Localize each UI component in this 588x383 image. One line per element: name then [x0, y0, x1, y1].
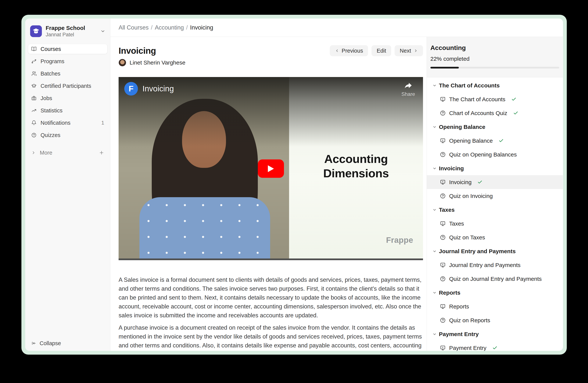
breadcrumb-separator: / — [186, 24, 188, 31]
outline-item-payment-entry[interactable]: Payment Entry — [427, 341, 563, 351]
outline-item-opening-balance[interactable]: Opening Balance — [427, 134, 563, 148]
video-thumbnail-slide: Accounting Dimensions Frappe — [289, 77, 423, 260]
quiz-icon — [440, 276, 446, 282]
bell-icon — [31, 120, 37, 125]
graduation-cap-icon — [31, 83, 37, 89]
sidebar-collapse-button[interactable]: Collapse — [28, 338, 107, 348]
quiz-icon — [440, 193, 446, 199]
page-title: Invoicing — [119, 46, 156, 56]
help-circle-icon — [31, 133, 37, 138]
quiz-icon — [440, 110, 446, 116]
sidebar-item-jobs[interactable]: Jobs — [28, 93, 107, 103]
sidebar-item-notifications[interactable]: Notifications 1 — [28, 118, 107, 128]
sidebar-item-statistics[interactable]: Statistics — [28, 106, 107, 115]
app-window-frame: Frappe School Jannat Patel Courses Progr… — [21, 15, 567, 355]
video-progress-bar[interactable] — [119, 258, 423, 260]
chevron-down-icon — [432, 125, 437, 129]
outline-section-opening-balance[interactable]: Opening Balance — [427, 120, 563, 134]
breadcrumb-separator: / — [151, 24, 153, 31]
outline-item-taxes[interactable]: Taxes — [427, 217, 563, 230]
video-lesson-icon — [440, 138, 446, 144]
users-icon — [31, 71, 37, 76]
chevron-down-icon — [432, 249, 437, 253]
sidebar-item-certified-participants[interactable]: Certified Participants — [28, 81, 107, 91]
check-icon — [511, 97, 516, 102]
outline-item-invoicing[interactable]: Invoicing — [427, 175, 563, 189]
outline-section-taxes[interactable]: Taxes — [427, 203, 563, 217]
chevron-right-icon — [414, 49, 418, 53]
chevron-down-icon — [432, 291, 437, 295]
progress-fill — [430, 67, 459, 69]
collapse-label: Collapse — [40, 340, 61, 346]
outline-section-the-chart-of-accounts[interactable]: The Chart of Accounts — [427, 78, 563, 92]
play-button[interactable] — [258, 159, 284, 178]
share-icon — [404, 88, 413, 91]
paragraph: A purchase invoice is a document created… — [119, 323, 423, 351]
workspace-switcher[interactable]: Frappe School Jannat Patel — [28, 25, 107, 38]
outline-section-journal-entry-and-payments[interactable]: Journal Entry and Payments — [427, 244, 563, 258]
outline-item-reports[interactable]: Reports — [427, 300, 563, 313]
check-icon — [477, 180, 483, 185]
outline-item-quiz-on-opening-balances[interactable]: Quiz on Opening Balances — [427, 148, 563, 161]
chevron-right-icon — [31, 151, 36, 155]
outline-item-quiz-on-reports[interactable]: Quiz on Reports — [427, 313, 563, 327]
video-title[interactable]: Invoicing — [143, 84, 174, 93]
frappe-school-logo-icon — [30, 25, 42, 37]
sidebar-item-batches[interactable]: Batches — [28, 69, 107, 78]
sidebar-item-programs[interactable]: Programs — [28, 57, 107, 66]
outline-item-the-chart-of-accounts[interactable]: The Chart of Accounts — [427, 92, 563, 106]
outline-section-reports[interactable]: Reports — [427, 286, 563, 300]
programs-icon — [31, 59, 37, 64]
outline-item-quiz-on-journal-entry-and-payments[interactable]: Quiz on Journal Entry and Payments — [427, 272, 563, 286]
course-title: Accounting — [430, 44, 559, 52]
outline-list: The Chart of Accounts The Chart of Accou… — [427, 77, 563, 351]
chevron-down-icon — [432, 166, 437, 171]
school-name: Frappe School — [46, 25, 85, 31]
book-open-icon — [31, 46, 37, 52]
video-lesson-icon — [440, 221, 446, 227]
quiz-icon — [440, 234, 446, 240]
progress-bar — [430, 67, 559, 69]
breadcrumb-accounting[interactable]: Accounting — [155, 24, 184, 31]
check-icon — [513, 111, 518, 116]
breadcrumb-current: Invoicing — [190, 24, 213, 31]
user-name: Jannat Patel — [46, 32, 85, 38]
briefcase-icon — [31, 96, 37, 101]
outline-item-quiz-on-taxes[interactable]: Quiz on Taxes — [427, 230, 563, 244]
author-name: Linet Sherin Varghese — [129, 59, 186, 66]
next-button[interactable]: Next — [395, 45, 423, 56]
progress-label: 22% completed — [430, 56, 559, 62]
paragraph: A Sales invoice is a formal document sen… — [119, 275, 423, 320]
breadcrumb: All Courses / Accounting / Invoicing — [110, 19, 563, 37]
sidebar-item-quizzes[interactable]: Quizzes — [28, 130, 107, 140]
frappe-wordmark: Frappe — [386, 236, 413, 245]
video-player[interactable]: Accounting Dimensions Frappe F Invoicing — [119, 77, 423, 260]
outline-item-quiz-on-invoicing[interactable]: Quiz on Invoicing — [427, 189, 563, 203]
lesson-content: Invoicing Previous Edit — [110, 37, 427, 351]
sidebar: Frappe School Jannat Patel Courses Progr… — [25, 19, 110, 351]
presenter-torso — [139, 197, 270, 260]
previous-button[interactable]: Previous — [330, 45, 368, 56]
trending-up-icon — [31, 108, 37, 113]
lesson-actions: Previous Edit Next — [330, 45, 423, 56]
share-button[interactable]: Share — [401, 81, 415, 97]
breadcrumb-all-courses[interactable]: All Courses — [119, 24, 149, 31]
chevron-down-icon — [100, 29, 105, 34]
outline-section-payment-entry[interactable]: Payment Entry — [427, 327, 563, 341]
outline-section-invoicing[interactable]: Invoicing — [427, 161, 563, 175]
outline-item-journal-entry-and-payments[interactable]: Journal Entry and Payments — [427, 258, 563, 272]
plus-icon[interactable] — [99, 150, 104, 155]
chevron-left-icon — [335, 49, 339, 53]
outline-item-chart-of-accounts-quiz[interactable]: Chart of Accounts Quiz — [427, 106, 563, 120]
more-label: More — [40, 150, 52, 156]
slide-title: Accounting Dimensions — [289, 152, 423, 181]
sidebar-more[interactable]: More — [28, 148, 107, 158]
video-lesson-icon — [440, 96, 446, 102]
edit-button[interactable]: Edit — [372, 45, 391, 56]
sidebar-item-courses[interactable]: Courses — [28, 44, 107, 54]
channel-avatar[interactable]: F — [124, 82, 138, 96]
video-lesson-icon — [440, 304, 446, 309]
sidebar-nav: Courses Programs Batches Certified Parti… — [28, 44, 107, 142]
presenter-face — [182, 111, 226, 168]
collapse-left-icon — [31, 341, 36, 346]
